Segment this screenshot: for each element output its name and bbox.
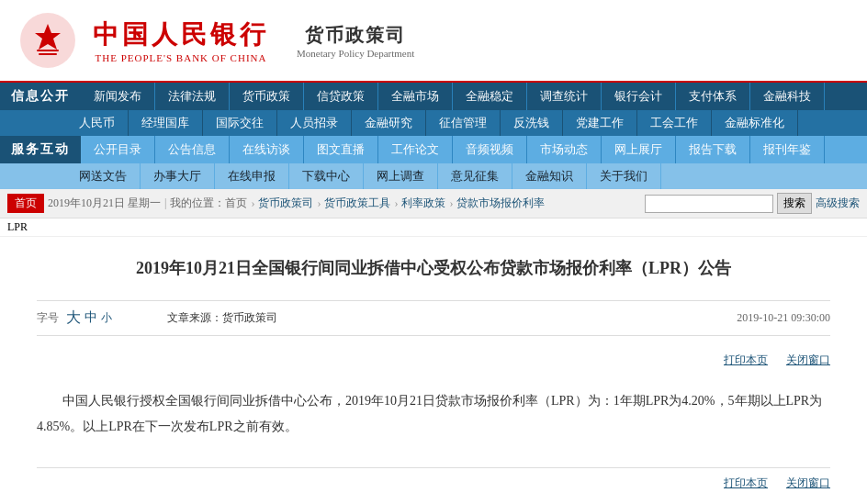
advanced-search-link[interactable]: 高级搜索 (816, 196, 860, 211)
nav-falv[interactable]: 法律法规 (155, 83, 230, 110)
nav-tuwenzhibo[interactable]: 图文直播 (304, 136, 378, 163)
dept-name: 货币政策司 Monetary Policy Department (297, 23, 414, 59)
font-size-large-btn[interactable]: 大 (66, 308, 81, 328)
nav-label-empty-2 (0, 163, 66, 189)
breadcrumb-link-lv[interactable]: 利率政策 (401, 196, 445, 211)
breadcrumb-arrow-3: › (394, 196, 398, 210)
article-title: 2019年10月21日全国银行间同业拆借中心受权公布贷款市场报价利率（LPR）公… (37, 255, 830, 282)
font-size-medium-btn[interactable]: 中 (84, 309, 97, 326)
nav-jinrong-yanjiu[interactable]: 金融研究 (352, 110, 426, 136)
nav-zhifu[interactable]: 支付体系 (676, 83, 750, 110)
article-actions-bottom: 打印本页 关闭窗口 (37, 467, 830, 491)
nav-label-fuwu: 服务互动 (0, 136, 81, 163)
close-link-top[interactable]: 关闭窗口 (786, 353, 830, 368)
bank-name-cn: 中国人民银行 (93, 17, 269, 52)
nav-jinrong-zhishi[interactable]: 金融知识 (512, 163, 587, 189)
nav-xiazai-zhongxin[interactable]: 下载中心 (289, 163, 364, 189)
breadcrumb-link-tools[interactable]: 货币政策工具 (324, 196, 390, 211)
nav-gongkai-mulu[interactable]: 公开目录 (81, 136, 155, 163)
nav-zhengxin[interactable]: 征信管理 (426, 110, 501, 136)
print-link-top[interactable]: 打印本页 (724, 353, 768, 368)
article-body: 中国人民银行授权全国银行间同业拆借中心公布，2019年10月21日贷款市场报价利… (37, 388, 830, 440)
article-content: 2019年10月21日全国银行间同业拆借中心受权公布贷款市场报价利率（LPR）公… (0, 237, 867, 504)
article-source: 文章来源：货币政策司 (167, 310, 277, 326)
nav-row-2: 人民币 经理国库 国际交往 人员招录 金融研究 征信管理 反洗钱 党建工作 工会… (0, 110, 867, 136)
svg-point-2 (44, 33, 51, 40)
logo-area: 中国人民银行 THE PEOPLE'S BANK OF CHINA (18, 11, 269, 71)
font-size-options: 大 中 小 (66, 308, 112, 328)
nav-yinhang-kuaiji[interactable]: 银行会计 (602, 83, 676, 110)
logo-text: 中国人民银行 THE PEOPLE'S BANK OF CHINA (93, 17, 269, 63)
nav-wangsong[interactable]: 网送文告 (66, 163, 141, 189)
nav-zaixian-fangtan[interactable]: 在线访谈 (230, 136, 304, 163)
nav-label-empty-1 (0, 110, 66, 136)
nav-label-xinxi: 信息公开 (0, 83, 81, 110)
nav-row-1: 信息公开 新闻发布 法律法规 货币政策 信贷政策 全融市场 全融稳定 调查统计 … (0, 83, 867, 110)
nav-row-3-items: 公开目录 公告信息 在线访谈 图文直播 工作论文 音频视频 市场动态 网上展厅 … (81, 136, 867, 163)
nav-wangshang-diaocha[interactable]: 网上调查 (364, 163, 438, 189)
nav-baogao-xiazai[interactable]: 报告下载 (676, 136, 750, 163)
article-actions-top: 打印本页 关闭窗口 (37, 347, 830, 374)
page-header: 中国人民银行 THE PEOPLE'S BANK OF CHINA 货币政策司 … (0, 0, 867, 83)
svg-rect-4 (39, 53, 57, 55)
nav-lunwen[interactable]: 工作论文 (378, 136, 453, 163)
nav-yinpin[interactable]: 音频视频 (453, 136, 527, 163)
breadcrumb-arrow-2: › (317, 196, 321, 210)
search-button[interactable]: 搜索 (777, 193, 812, 214)
print-link-bottom[interactable]: 打印本页 (724, 476, 768, 491)
breadcrumb-link-dept[interactable]: 货币政策司 (258, 196, 313, 211)
nav-gonghui[interactable]: 工会工作 (637, 110, 712, 136)
nav-renyuan[interactable]: 人员招录 (277, 110, 352, 136)
nav-row-4-items: 网送文告 办事大厅 在线申报 下载中心 网上调查 意见征集 金融知识 关于我们 (66, 163, 867, 189)
nav-fanxiqian[interactable]: 反洗钱 (501, 110, 563, 136)
nav-niangjian[interactable]: 报刊年鉴 (750, 136, 825, 163)
search-input[interactable] (645, 195, 773, 213)
font-size-label: 字号 (37, 310, 59, 326)
article-meta: 字号 大 中 小 文章来源：货币政策司 2019-10-21 09:30:00 (37, 300, 830, 336)
dept-name-cn: 货币政策司 (297, 23, 414, 48)
nav-row-1-items: 新闻发布 法律法规 货币政策 信贷政策 全融市场 全融稳定 调查统计 银行会计 … (81, 83, 867, 110)
svg-rect-3 (37, 50, 59, 51)
nav-huobi[interactable]: 货币政策 (230, 83, 304, 110)
nav-shichang-dongtai[interactable]: 市场动态 (527, 136, 602, 163)
nav-dangji[interactable]: 党建工作 (563, 110, 637, 136)
nav-diaocha[interactable]: 调查统计 (527, 83, 602, 110)
breadcrumb-arrow-1: › (251, 196, 254, 210)
bank-emblem-icon (18, 11, 78, 71)
breadcrumb-pipe-sep: | (164, 196, 166, 210)
article-date: 2019-10-21 09:30:00 (737, 311, 830, 325)
nav-yijian[interactable]: 意见征集 (438, 163, 512, 189)
source-label: 文章来源： (167, 311, 222, 324)
nav-zaixian-shenbao[interactable]: 在线申报 (215, 163, 289, 189)
nav-renminbi[interactable]: 人民币 (66, 110, 129, 136)
home-button[interactable]: 首页 (7, 194, 44, 213)
dept-name-en: Monetary Policy Department (297, 48, 414, 59)
nav-guanyu-women[interactable]: 关于我们 (587, 163, 661, 189)
nav-guoku[interactable]: 经理国库 (129, 110, 203, 136)
nav-jinrong-wending[interactable]: 全融稳定 (453, 83, 527, 110)
nav-guoji[interactable]: 国际交往 (203, 110, 277, 136)
font-size-small-btn[interactable]: 小 (101, 310, 112, 326)
source-value: 货币政策司 (222, 311, 277, 324)
nav-wangshang-zhantin[interactable]: 网上展厅 (602, 136, 676, 163)
breadcrumb-date: 2019年10月21日 星期一 (48, 196, 161, 211)
nav-jinrong-keji[interactable]: 金融科技 (750, 83, 825, 110)
bank-name-en: THE PEOPLE'S BANK OF CHINA (96, 52, 267, 63)
nav-xinwen[interactable]: 新闻发布 (81, 83, 155, 110)
nav-banshi-datin[interactable]: 办事大厅 (141, 163, 215, 189)
breadcrumb-arrow-4: › (449, 196, 453, 210)
close-link-bottom[interactable]: 关闭窗口 (786, 476, 830, 491)
breadcrumb-link-lpr-full[interactable]: 贷款市场报价利率 (456, 196, 545, 211)
breadcrumb-bar: 首页 2019年10月21日 星期一 | 我的位置：首页 › 货币政策司 › 货… (0, 189, 867, 218)
search-area: 搜索 高级搜索 (645, 193, 860, 214)
nav-row-2-items: 人民币 经理国库 国际交往 人员招录 金融研究 征信管理 反洗钱 党建工作 工会… (66, 110, 867, 136)
current-page-label: LPR (0, 218, 867, 237)
nav-biaozhunhua[interactable]: 金融标准化 (712, 110, 798, 136)
nav-gonggao[interactable]: 公告信息 (155, 136, 230, 163)
nav-jinrong-shichang[interactable]: 全融市场 (378, 83, 453, 110)
nav-row-4: 网送文告 办事大厅 在线申报 下载中心 网上调查 意见征集 金融知识 关于我们 (0, 163, 867, 189)
nav-xindai[interactable]: 信贷政策 (304, 83, 378, 110)
nav-row-3: 服务互动 公开目录 公告信息 在线访谈 图文直播 工作论文 音频视频 市场动态 … (0, 136, 867, 163)
breadcrumb-location-label: 我的位置：首页 (170, 196, 247, 211)
